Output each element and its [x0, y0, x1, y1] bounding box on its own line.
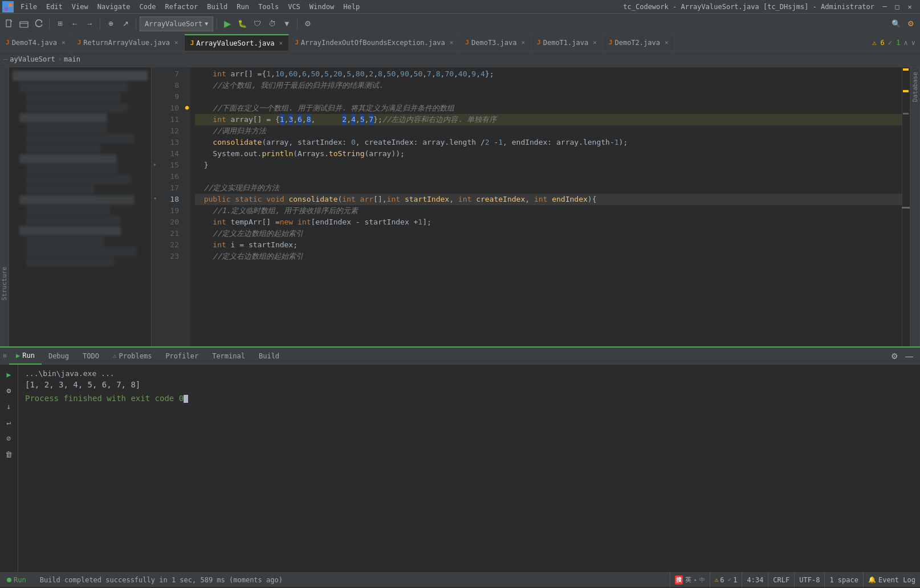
fold-7[interactable] — [152, 67, 158, 79]
cursor-position[interactable]: 4:34 — [742, 573, 768, 587]
wrap-output-button[interactable]: ↵ — [3, 416, 15, 428]
fold-14[interactable] — [152, 147, 158, 158]
minimize-button[interactable]: ─ — [879, 1, 890, 13]
tab-demot1[interactable]: J DemoT1.java ✕ — [531, 34, 603, 51]
fold-18[interactable]: ▾ — [152, 193, 158, 204]
navigate-button[interactable]: ↗ — [119, 16, 132, 32]
search-everywhere-button[interactable]: 🔍 — [889, 16, 903, 32]
menu-refactor[interactable]: Refactor — [160, 1, 202, 13]
tab-demot4[interactable]: J DemoT4.java ✕ — [0, 34, 72, 51]
fold-21[interactable] — [152, 227, 158, 238]
charset-display[interactable]: UTF-8 — [794, 573, 824, 587]
settings-button[interactable]: ⚙ — [904, 16, 918, 32]
tab-close-demot4[interactable]: ✕ — [62, 39, 66, 46]
close-button[interactable]: ✕ — [904, 1, 915, 13]
run-output-line: [1, 2, 3, 4, 5, 6, 7, 8] — [25, 380, 913, 389]
event-log-button[interactable]: 🔔 Event Log — [863, 573, 920, 587]
code-editor[interactable]: ▸ ▾ 7 8 9 10 11 12 13 14 15 — [152, 67, 910, 346]
clear-output-button[interactable]: 🗑 — [3, 448, 15, 460]
profile-button[interactable]: ⏱ — [265, 16, 279, 32]
debug-button[interactable]: 🐛 — [235, 16, 249, 32]
fold-15[interactable]: ▸ — [152, 158, 158, 170]
menu-view[interactable]: View — [67, 1, 93, 13]
menu-build[interactable]: Build — [202, 1, 232, 13]
svg-rect-2 — [5, 7, 8, 11]
tab-profiler[interactable]: Profiler — [158, 348, 205, 365]
tab-close-arrayvaluesort[interactable]: ✕ — [279, 39, 283, 47]
fold-23[interactable] — [152, 250, 158, 261]
fold-9[interactable] — [152, 90, 158, 101]
open-button[interactable] — [17, 16, 31, 32]
tab-build[interactable]: Build — [252, 348, 286, 365]
tab-close-demot2[interactable]: ✕ — [665, 39, 669, 46]
fold-16[interactable] — [152, 170, 158, 181]
filter-button[interactable]: ⊘ — [3, 432, 15, 444]
menu-file[interactable]: File — [16, 1, 42, 13]
warning-status[interactable]: ⚠ 6 ✓ 1 — [710, 573, 742, 587]
tab-arrayindexout[interactable]: J ArrayIndexOutOfBoundsException.java ✕ — [289, 34, 459, 51]
rerun-button[interactable]: ▶ — [3, 368, 15, 381]
line-nav-down[interactable]: ∨ — [911, 39, 915, 47]
menu-edit[interactable]: Edit — [42, 1, 67, 13]
fold-20[interactable] — [152, 215, 158, 227]
ime-indicator[interactable]: 搜 英 ✦ 中 — [670, 573, 710, 587]
tab-problems[interactable]: ⚠ Problems — [106, 348, 158, 365]
run-config-dropdown[interactable]: ArrayValueSort ▼ — [140, 17, 213, 31]
file-path-project[interactable]: ayValueSort — [10, 55, 55, 63]
bottom-left-icon: ≡ — [0, 348, 9, 365]
back-button[interactable]: ← — [68, 16, 82, 32]
error-marker-1 — [903, 68, 909, 71]
fold-10[interactable] — [152, 101, 158, 113]
indent-display[interactable]: 1 space — [824, 573, 863, 587]
scroll-end-button[interactable]: ↓ — [3, 400, 15, 413]
fold-12[interactable] — [152, 124, 158, 136]
tab-returnarrayvalue[interactable]: J ReturnArrayValue.java ✕ — [72, 34, 185, 51]
settings-run-button[interactable]: ⚙ — [301, 16, 315, 32]
line-ending[interactable]: CRLF — [768, 573, 794, 587]
fold-11[interactable] — [152, 113, 158, 124]
scroll-thumb[interactable] — [902, 207, 910, 209]
project-button[interactable]: ⊞ — [53, 16, 67, 32]
tab-todo[interactable]: TODO — [76, 348, 106, 365]
tab-demot3[interactable]: J DemoT3.java ✕ — [459, 34, 531, 51]
tab-run[interactable]: ▶ Run — [9, 348, 42, 365]
fold-22[interactable] — [152, 238, 158, 250]
menu-help[interactable]: Help — [339, 1, 364, 13]
tab-terminal[interactable]: Terminal — [205, 348, 252, 365]
database-tab[interactable]: Database — [911, 72, 919, 102]
panel-settings-button[interactable]: ⚙ — [889, 350, 901, 362]
maximize-button[interactable]: □ — [891, 1, 903, 13]
forward-button[interactable]: → — [83, 16, 96, 32]
fold-17[interactable] — [152, 181, 158, 193]
menu-run[interactable]: Run — [232, 1, 254, 13]
line-nav-up[interactable]: ∧ — [904, 39, 908, 47]
coverage-button[interactable]: 🛡 — [250, 16, 264, 32]
tab-close-demot3[interactable]: ✕ — [521, 39, 525, 46]
more-run-button[interactable]: ▼ — [280, 16, 294, 32]
tab-demot2[interactable]: J DemoT2.java ✕ — [603, 34, 675, 51]
menu-tools[interactable]: Tools — [254, 1, 283, 13]
recent-files-button[interactable]: ⊕ — [104, 16, 117, 32]
stop-button[interactable]: ⚙ — [3, 384, 15, 397]
run-button[interactable]: ▶ — [221, 16, 234, 32]
fold-19[interactable] — [152, 204, 158, 215]
tab-debug[interactable]: Debug — [42, 348, 76, 365]
menu-navigate[interactable]: Navigate — [93, 1, 135, 13]
menu-window[interactable]: Window — [305, 1, 339, 13]
menu-code[interactable]: Code — [135, 1, 161, 13]
tab-close-arrayindexout[interactable]: ✕ — [450, 39, 454, 46]
bookmark-13 — [184, 136, 190, 147]
code-lines[interactable]: int arr[] ={1,10,60,6,50,5,20,5,80,2,8,5… — [190, 67, 902, 346]
file-path-branch[interactable]: main — [64, 55, 80, 63]
statusbar-run-tab[interactable]: Run — [0, 573, 33, 587]
menu-vcs[interactable]: VCS — [283, 1, 305, 13]
fold-8[interactable] — [152, 79, 158, 90]
fold-13[interactable] — [152, 136, 158, 147]
new-file-button[interactable] — [2, 16, 16, 32]
panel-minimize-button[interactable]: — — [903, 350, 915, 362]
tab-close-demot1[interactable]: ✕ — [593, 39, 597, 46]
tab-close-returnarrayvalue[interactable]: ✕ — [174, 39, 178, 46]
tab-arrayvaluesort[interactable]: J ArrayValueSort.java ✕ — [185, 34, 290, 51]
structure-tab[interactable]: Structure — [1, 267, 8, 301]
sync-button[interactable] — [32, 16, 46, 32]
